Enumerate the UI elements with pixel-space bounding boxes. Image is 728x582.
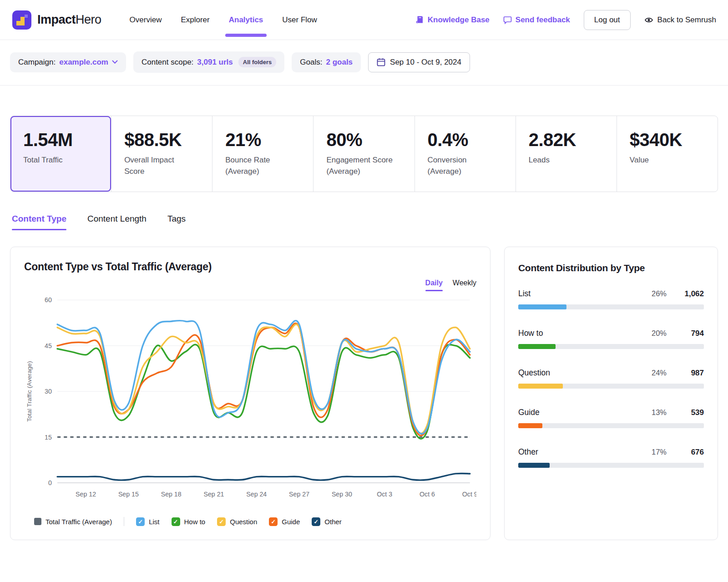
stat-overall-impact-score[interactable]: $88.5K Overall Impact Score [111,116,212,192]
stat-value: 21% [225,130,301,150]
distribution-row-other: Other 17% 676 [518,447,704,468]
chart-title: Content Type vs Total Traffic (Average) [24,261,212,273]
stat-conversion[interactable]: 0.4% Conversion (Average) [415,116,516,192]
tab-content-length[interactable]: Content Length [87,214,147,230]
campaign-label: Campaign: [18,58,56,67]
goals-label: Goals: [300,58,322,67]
distribution-row-guide: Guide 13% 539 [518,408,704,428]
legend-total-traffic[interactable]: Total Traffic (Average) [34,518,112,526]
svg-text:Oct 9: Oct 9 [462,491,476,498]
svg-text:Total Traffic (Average): Total Traffic (Average) [26,361,33,422]
stat-label: Conversion (Average) [428,155,496,177]
legend-label: Other [324,518,342,526]
stat-value: 80% [326,130,402,150]
impacthero-logo-icon [12,10,32,30]
chart-panel-head: Content Type vs Total Traffic (Average) … [24,261,476,287]
distribution-row-list: List 26% 1,062 [518,289,704,309]
legend-label: List [149,518,159,526]
stat-leads[interactable]: 2.82K Leads [516,116,617,192]
content-scope-selector[interactable]: Content scope: 3,091 urls All folders [133,51,284,73]
legend-other[interactable]: ✓ Other [312,517,342,526]
distribution-value: 676 [680,448,704,457]
tab-tags[interactable]: Tags [167,214,186,230]
svg-text:Sep 12: Sep 12 [76,491,96,498]
stat-label: Overall Impact Score [124,155,192,177]
knowledge-base-label: Knowledge Base [428,15,490,25]
toggle-weekly[interactable]: Weekly [453,279,476,287]
stat-bounce-rate[interactable]: 21% Bounce Rate (Average) [212,116,313,192]
svg-text:Sep 15: Sep 15 [118,491,139,498]
stat-total-traffic[interactable]: 1.54M Total Traffic [10,116,111,192]
nav-explorer[interactable]: Explorer [181,15,209,25]
goals-value: 2 goals [326,58,353,67]
chart-legend: Total Traffic (Average) ✓ List ✓ How to … [34,517,476,526]
distribution-row-how-to: How to 20% 794 [518,329,704,349]
list-checkbox[interactable]: ✓ [136,517,145,526]
chevron-down-icon [112,60,118,64]
legend-question[interactable]: ✓ Question [217,517,257,526]
svg-text:60: 60 [45,297,52,304]
nav-overview[interactable]: Overview [130,15,162,25]
legend-how-to[interactable]: ✓ How to [172,517,206,526]
distribution-percent: 20% [652,329,667,338]
distribution-percent: 26% [652,289,667,298]
book-icon [416,15,424,24]
legend-guide[interactable]: ✓ Guide [269,517,300,526]
distribution-row-head: Other 17% 676 [518,447,704,457]
granularity-toggle: Daily Weekly [425,279,476,287]
stat-engagement-score[interactable]: 80% Engagement Score (Average) [313,116,414,192]
nav-analytics[interactable]: Analytics [229,15,263,25]
total-traffic-swatch [34,518,41,525]
legend-label: Guide [282,518,300,526]
distribution-value: 987 [680,369,704,378]
svg-text:15: 15 [45,434,52,441]
distribution-row-head: How to 20% 794 [518,329,704,338]
toggle-daily[interactable]: Daily [425,279,443,287]
distribution-bar [518,423,704,428]
legend-label: Question [230,518,257,526]
svg-text:30: 30 [45,388,52,395]
knowledge-base-link[interactable]: Knowledge Base [416,15,490,25]
tab-content-type[interactable]: Content Type [12,214,66,230]
distribution-label: Guide [518,408,540,417]
distribution-row-head: List 26% 1,062 [518,289,704,299]
distribution-row-head: Guide 13% 539 [518,408,704,417]
calendar-icon [377,58,385,66]
distribution-value: 1,062 [680,289,704,299]
stat-value: $88.5K [124,130,200,150]
distribution-label: How to [518,329,543,338]
stats-row: 1.54M Total Traffic $88.5K Overall Impac… [10,116,718,192]
distribution-percent: 17% [652,448,667,456]
stat-value: 1.54M [23,130,99,150]
stat-label: Engagement Score (Average) [326,155,394,177]
how-to-checkbox[interactable]: ✓ [172,517,180,526]
legend-list[interactable]: ✓ List [136,517,159,526]
svg-text:45: 45 [45,342,52,349]
question-checkbox[interactable]: ✓ [217,517,226,526]
svg-text:Sep 24: Sep 24 [246,491,267,498]
other-checkbox[interactable]: ✓ [312,517,320,526]
svg-text:Oct 3: Oct 3 [377,491,392,498]
send-feedback-link[interactable]: Send feedback [503,15,570,25]
stat-value-card[interactable]: $340K Value [617,116,718,192]
svg-text:0: 0 [48,479,52,486]
filter-bar: Campaign: example.com Content scope: 3,0… [0,40,728,86]
nav-user-flow[interactable]: User Flow [282,15,317,25]
send-feedback-label: Send feedback [516,15,570,25]
svg-text:Sep 18: Sep 18 [161,491,182,498]
stat-label: Leads [529,155,597,166]
date-range-picker[interactable]: Sep 10 - Oct 9, 2024 [368,52,470,72]
log-out-button[interactable]: Log out [584,10,631,30]
guide-checkbox[interactable]: ✓ [269,517,278,526]
campaign-selector[interactable]: Campaign: example.com [10,52,126,72]
app-header: ImpactHero Overview Explorer Analytics U… [0,0,728,40]
goals-selector[interactable]: Goals: 2 goals [292,52,361,72]
logo[interactable]: ImpactHero [12,10,101,30]
feedback-bubble-icon [503,16,512,24]
date-range-value: Sep 10 - Oct 9, 2024 [390,58,461,67]
distribution-panel: Content Distribution by Type List 26% 1,… [504,247,718,540]
distribution-row-head: Question 24% 987 [518,368,704,378]
content-scope-value: 3,091 urls [197,58,233,67]
stat-value: 2.82K [529,130,605,150]
back-to-semrush-link[interactable]: Back to Semrush [644,15,716,25]
